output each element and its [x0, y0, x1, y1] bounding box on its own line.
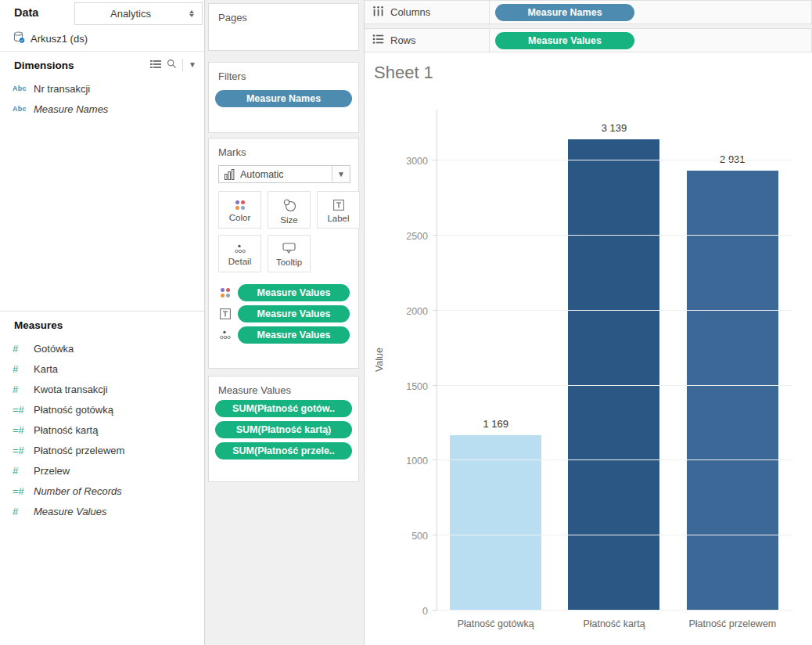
y-tick-mark [433, 459, 437, 460]
tooltip-button[interactable]: Tooltip [268, 235, 311, 272]
measure-field-measure-values[interactable]: #Measure Values [0, 501, 204, 521]
measure-field-number-of-records[interactable]: =#Number of Records [0, 481, 204, 501]
mark-buttons: ColorSizeLabelDetailTooltip [218, 191, 358, 272]
field-label: Measure Names [34, 103, 108, 115]
field-label: Przelew [34, 465, 70, 477]
measure-field-p-atno-kart-[interactable]: =#Płatność kartą [0, 420, 204, 440]
gridline [437, 385, 792, 386]
rows-shelf-label: Rows [365, 28, 490, 52]
columns-icon [372, 5, 384, 19]
measure-values-pill[interactable]: SUM(Płatność przele.. [215, 442, 352, 459]
bar-3[interactable] [687, 171, 778, 611]
mark-pill[interactable]: Measure Values [238, 284, 350, 301]
measure-field-kwota-transakcji[interactable]: #Kwota transakcji [0, 379, 204, 399]
gridline [437, 610, 792, 611]
mark-type-dropdown[interactable]: Automatic ▼ [218, 165, 350, 183]
dimension-field-nr-transakcji[interactable]: AbcNr transakcji [0, 78, 204, 99]
y-tick-mark [433, 535, 437, 535]
measure-values-title: Measure Values [209, 377, 358, 396]
mark-pill[interactable]: Measure Values [238, 305, 350, 322]
mark-pill-icon-wrap [217, 288, 234, 297]
bar-2[interactable] [568, 139, 659, 611]
dimensions-header: Dimensions ▼ [0, 52, 204, 78]
mark-pill-row: Measure Values [217, 284, 358, 301]
y-tick-label: 2000 [406, 306, 428, 317]
field-label: Gotówka [34, 343, 74, 355]
pages-shelf[interactable]: Pages [208, 3, 359, 51]
measure-field-got-wka[interactable]: #Gotówka [0, 338, 204, 359]
mark-type-value: Automatic [240, 169, 284, 180]
measure-values-pill[interactable]: SUM(Płatność kartą) [215, 421, 352, 438]
y-tick-mark [433, 385, 437, 386]
color-button[interactable]: Color [218, 191, 261, 229]
measure-values-pill[interactable]: SUM(Płatność gotów.. [215, 400, 352, 417]
detail-button[interactable]: Detail [218, 235, 261, 272]
measure-icon: # [13, 465, 34, 477]
mark-pill[interactable]: Measure Values [238, 326, 350, 344]
chevron-down-icon[interactable]: ▼ [189, 61, 196, 69]
detail-icon [220, 330, 231, 340]
field-label: Number of Records [34, 485, 122, 497]
data-pane-tabbar: Data Analytics [0, 0, 204, 26]
mark-pill-row: Measure Values [217, 305, 358, 322]
x-axis-labels: Płatność gotówkąPłatność kartąPłatność p… [437, 618, 792, 629]
tab-analytics[interactable]: Analytics [74, 2, 203, 25]
label-icon [333, 200, 344, 211]
label-button[interactable]: Label [317, 191, 360, 229]
dimension-field-measure-names[interactable]: AbcMeasure Names [0, 99, 204, 119]
search-icon[interactable] [167, 59, 177, 71]
mark-pill-icon-wrap [217, 330, 234, 340]
filters-title: Filters [209, 63, 358, 82]
mark-button-label: Tooltip [276, 258, 302, 267]
mark-type-dropdown-button[interactable]: ▼ [332, 166, 350, 182]
field-label: Measure Values [34, 506, 106, 517]
gridline [437, 310, 792, 311]
filters-shelf[interactable]: Filters Measure Names [208, 62, 359, 133]
calculated-measure-icon: =# [13, 404, 34, 416]
pane-updown-icon[interactable] [186, 10, 197, 17]
measure-values-shelf[interactable]: Measure Values SUM(Płatność gotów..SUM(P… [208, 376, 359, 482]
bar-1[interactable] [450, 435, 541, 611]
rows-shelf[interactable]: Rows Measure Values [365, 28, 812, 52]
tableau-app: Data Analytics Arkusz1 (ds) Dimensions [0, 0, 812, 645]
field-label: Kwota transakcji [34, 384, 108, 395]
measures-header: Measures [0, 312, 204, 338]
view-list-icon[interactable] [150, 59, 161, 71]
measure-field-przelew[interactable]: #Przelew [0, 460, 204, 481]
gridline [437, 235, 792, 236]
marks-card: Marks Automatic ▼ ColorSizeLabelDetailTo… [208, 138, 359, 369]
rows-pill[interactable]: Measure Values [495, 32, 634, 49]
measure-field-karta[interactable]: #Karta [0, 359, 204, 379]
filter-pill[interactable]: Measure Names [215, 90, 352, 107]
y-tick-mark [433, 160, 437, 160]
datasource-row[interactable]: Arkusz1 (ds) [0, 26, 204, 52]
columns-pill[interactable]: Measure Names [495, 4, 634, 21]
size-icon [282, 198, 296, 212]
measure-field-p-atno-przelewem[interactable]: =#Płatność przelewem [0, 440, 204, 460]
columns-shelf[interactable]: Columns Measure Names [365, 0, 812, 24]
worksheet-area: Columns Measure Names Rows Measure Value… [365, 0, 812, 645]
measures-section: Measures #Gotówka#Karta#Kwota transakcji… [0, 312, 204, 521]
tooltip-icon [282, 243, 296, 254]
size-button[interactable]: Size [268, 191, 311, 229]
mark-button-label: Label [327, 214, 349, 223]
data-pane: Data Analytics Arkusz1 (ds) Dimensions [0, 0, 205, 645]
y-tick-label: 2500 [406, 231, 428, 242]
y-tick-label: 3000 [406, 156, 428, 167]
shelf-column: Pages Filters Measure Names Marks Automa… [205, 0, 365, 645]
measure-field-p-atno-got-wk-[interactable]: =#Płatność gotówką [0, 399, 204, 420]
tab-data[interactable]: Data [14, 6, 38, 19]
y-tick-mark [433, 235, 437, 236]
measure-icon: # [13, 343, 34, 355]
mark-button-label: Detail [228, 257, 251, 266]
color-icon [235, 200, 245, 210]
text-field-icon: Abc [13, 105, 34, 113]
field-label: Płatność gotówką [34, 404, 113, 416]
x-axis-label: Płatność gotówką [437, 618, 555, 629]
x-axis-label: Płatność kartą [555, 618, 673, 629]
columns-shelf-pills: Measure Names [490, 0, 812, 24]
y-tick-label: 1000 [406, 456, 428, 467]
bar-value-label: 1 169 [437, 418, 555, 430]
color-icon [221, 288, 230, 297]
dimensions-list: AbcNr transakcjiAbcMeasure Names [0, 78, 204, 119]
